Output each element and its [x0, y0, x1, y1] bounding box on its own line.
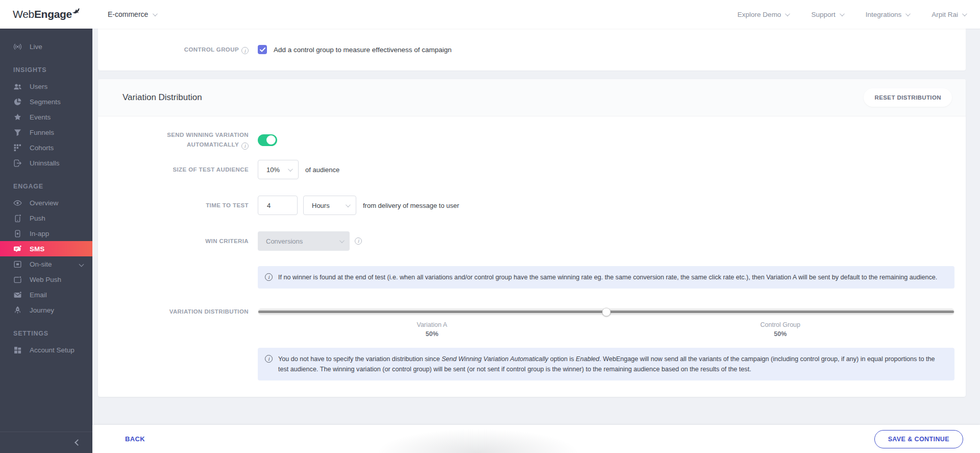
chevron-down-icon: [840, 11, 845, 16]
chevron-down-icon: [288, 166, 293, 172]
control-group-checkbox[interactable]: [258, 45, 267, 54]
chevron-down-icon: [153, 11, 158, 16]
variation-distribution-row: VARIATION DISTRIBUTION: [98, 307, 966, 317]
sidebar-item-push[interactable]: Push: [0, 210, 92, 226]
distribution-info-text: You do not have to specify the variation…: [278, 354, 945, 374]
sidebar-footer: [0, 432, 92, 453]
save-continue-button[interactable]: SAVE & CONTINUE: [874, 430, 963, 448]
back-button[interactable]: BACK: [125, 435, 145, 443]
sidebar-section-settings: SETTINGS: [13, 330, 92, 337]
sidebar-item-sms[interactable]: SMS: [0, 241, 92, 256]
users-icon: [13, 82, 22, 91]
test-audience-select[interactable]: 10%: [258, 160, 299, 179]
control-group-description: Add a control group to measure effective…: [274, 46, 452, 54]
sidebar-item-events[interactable]: Events: [0, 109, 92, 125]
test-audience-label: SIZE OF TEST AUDIENCE: [98, 165, 249, 175]
info-icon[interactable]: [241, 142, 249, 150]
sidebar-item-segments[interactable]: Segments: [0, 94, 92, 109]
main-content: CONTROL GROUP Add a control group to mea…: [92, 29, 980, 453]
slider-handle[interactable]: [602, 307, 610, 316]
account-setup-icon: [13, 346, 22, 354]
chevron-down-icon: [905, 11, 911, 16]
test-audience-row: SIZE OF TEST AUDIENCE 10% of audience: [98, 160, 966, 179]
push-icon: [13, 214, 22, 223]
sidebar-item-funnels[interactable]: Funnels: [0, 125, 92, 140]
win-criteria-row: WIN CRITERIA Conversions: [98, 231, 966, 251]
send-winning-label: SEND WINNING VARIATION AUTOMATICALLY: [98, 130, 249, 150]
sidebar-item-users[interactable]: Users: [0, 79, 92, 94]
info-icon[interactable]: [355, 237, 362, 245]
webengage-logo-text: WebEngage: [13, 8, 72, 20]
sidebar-item-live[interactable]: Live: [0, 39, 92, 54]
segments-icon: [13, 98, 22, 106]
variation-distribution-card: Variation Distribution RESET DISTRIBUTIO…: [98, 79, 966, 397]
cohorts-icon: [13, 144, 22, 152]
distribution-info-note: You do not have to specify the variation…: [258, 348, 954, 380]
webengage-logo[interactable]: WebEngage: [13, 8, 108, 20]
time-to-test-label: TIME TO TEST: [98, 201, 249, 210]
nav-integrations[interactable]: Integrations: [866, 11, 910, 18]
sidebar-item-uninstalls[interactable]: Uninstalls: [0, 155, 92, 171]
sms-icon: [13, 245, 22, 253]
win-criteria-label: WIN CRITERIA: [98, 236, 249, 246]
info-icon[interactable]: [241, 47, 249, 54]
info-icon: [265, 273, 273, 281]
sidebar-item-account-setup[interactable]: Account Setup: [0, 342, 92, 357]
chevron-down-icon: [785, 11, 790, 16]
segment-control-group: Control Group 50%: [606, 317, 955, 338]
collapse-sidebar-icon[interactable]: [75, 439, 81, 446]
uninstalls-icon: [13, 159, 22, 168]
sidebar-item-on-site[interactable]: On-site: [0, 256, 92, 272]
info-icon: [265, 355, 273, 363]
control-group-card: CONTROL GROUP Add a control group to mea…: [98, 29, 966, 70]
top-header: WebEngage E-commerce Explore Demo Suppor…: [0, 0, 980, 29]
reset-distribution-button[interactable]: RESET DISTRIBUTION: [864, 88, 952, 107]
top-nav: Explore Demo Support Integrations Arpit …: [738, 11, 966, 18]
slider-track[interactable]: [258, 308, 954, 315]
win-criteria-select: Conversions: [258, 231, 350, 251]
project-selector[interactable]: E-commerce: [108, 10, 156, 18]
sidebar-item-web-push[interactable]: Web Push: [0, 272, 92, 287]
panel-header: Variation Distribution RESET DISTRIBUTIO…: [98, 79, 966, 116]
overview-icon: [13, 199, 22, 207]
chevron-down-icon: [339, 238, 345, 243]
control-group-label: CONTROL GROUP: [98, 45, 249, 55]
in-app-icon: [13, 229, 22, 238]
funnels-icon: [13, 128, 22, 137]
variation-distribution-label: VARIATION DISTRIBUTION: [98, 307, 249, 317]
project-name: E-commerce: [108, 10, 148, 18]
sidebar-item-overview[interactable]: Overview: [0, 195, 92, 210]
time-to-test-suffix: from delivery of message to user: [363, 202, 459, 209]
chevron-down-icon: [962, 11, 967, 16]
time-to-test-row: TIME TO TEST Hours from delivery of mess…: [98, 196, 966, 215]
email-icon: [13, 291, 22, 299]
segment-value: 50%: [258, 330, 606, 338]
distribution-labels: Variation A 50% Control Group 50%: [258, 317, 954, 338]
web-push-icon: [13, 275, 22, 284]
journey-icon: [13, 306, 22, 315]
chevron-down-icon: [79, 261, 84, 267]
sidebar-item-in-app[interactable]: In-app: [0, 226, 92, 241]
no-winner-info-note: If no winner is found at the end of test…: [258, 266, 954, 289]
panel-title: Variation Distribution: [122, 92, 202, 103]
segment-name: Control Group: [606, 321, 955, 328]
distribution-slider: [258, 308, 954, 315]
sidebar-section-insights: INSIGHTS: [13, 66, 92, 74]
toggle-knob: [266, 135, 276, 145]
sidebar-item-cohorts[interactable]: Cohorts: [0, 140, 92, 155]
send-winning-row: SEND WINNING VARIATION AUTOMATICALLY: [98, 130, 966, 150]
nav-support[interactable]: Support: [811, 11, 843, 18]
time-to-test-input[interactable]: [258, 196, 298, 215]
nav-explore-demo[interactable]: Explore Demo: [738, 11, 789, 18]
sidebar: Live INSIGHTS Users Segments Events Funn…: [0, 29, 92, 453]
webengage-bird-icon: [71, 6, 81, 18]
time-unit-select[interactable]: Hours: [303, 196, 356, 215]
segment-value: 50%: [606, 330, 955, 338]
sidebar-item-journey[interactable]: Journey: [0, 302, 92, 318]
send-winning-toggle[interactable]: [258, 134, 277, 146]
events-icon: [13, 113, 22, 122]
sidebar-item-email[interactable]: Email: [0, 287, 92, 302]
segment-name: Variation A: [258, 321, 606, 328]
nav-user-menu[interactable]: Arpit Rai: [932, 11, 966, 18]
segment-variation-a: Variation A 50%: [258, 317, 606, 338]
